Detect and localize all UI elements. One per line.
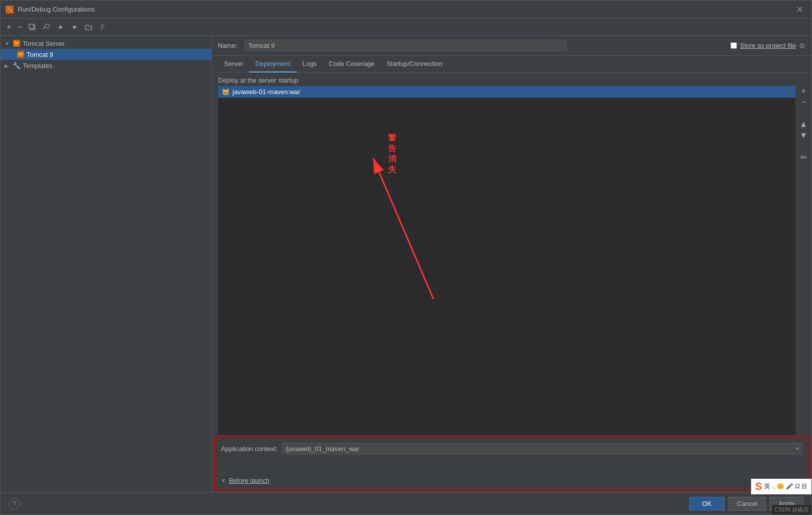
tabs-bar: Server Deployment Logs Code Coverage Sta… [212,56,811,72]
app-icon: 🔧 [6,6,14,14]
folder-button[interactable] [83,22,95,32]
before-launch-expand-icon: ▼ [221,478,226,483]
ok-button[interactable]: OK [689,497,724,510]
right-panel: Name: Store as project file ⚙ Server Dep… [212,36,811,492]
name-label: Name: [218,42,241,49]
remove-deploy-button[interactable]: − [797,97,809,107]
deploy-item-label: javaweb-01-maven:war [233,88,300,96]
scroll-down-button[interactable]: ▼ [797,130,809,140]
tab-content-deployment: Deploy at the server startup 🐱 javaweb-0… [212,72,811,492]
title-bar-left: 🔧 Run/Debug Configurations [6,6,95,14]
down-arrow-icon [70,23,79,31]
watermark-s-icon: S [755,481,762,492]
help-button[interactable]: ? [9,498,20,509]
sort-button[interactable] [97,22,109,32]
sidebar-tomcat-server-label: Tomcat Server [23,40,65,47]
copy-config-button[interactable] [26,22,38,32]
dialog-title: Run/Debug Configurations [18,6,95,13]
templates-expand-icon: ▶ [5,63,11,68]
store-project-label[interactable]: Store as project file [740,42,796,49]
edit-deploy-button[interactable]: ✏ [797,153,809,163]
expand-arrow-icon: ▼ [5,41,11,46]
wrench-icon [42,23,50,31]
store-project-gear-icon[interactable]: ⚙ [799,42,805,50]
settings-button[interactable] [40,22,52,32]
move-up-button[interactable] [54,22,66,32]
deploy-list-area: 🐱 javaweb-01-maven:war + − ▲ ▼ ✏ [212,86,811,435]
tomcat9-icon: 🐱 [17,50,25,58]
sidebar-templates-label: Templates [23,62,52,69]
templates-wrench-icon: 🔧 [13,61,21,69]
tab-deployment[interactable]: Deployment [249,56,296,72]
sidebar-item-templates[interactable]: ▶ 🔧 Templates [1,60,211,71]
up-arrow-icon [56,23,64,31]
app-context-dropdown-button[interactable]: ▼ [793,444,802,454]
csdn-text: CSDN @杨启 [775,506,808,512]
sidebar-item-tomcat-server-group[interactable]: ▼ 🐱 Tomcat Server [1,38,211,49]
before-launch-row[interactable]: ▼ Before launch [221,475,802,486]
copy-icon [28,23,36,31]
run-debug-dialog: 🔧 Run/Debug Configurations ✕ + − [0,0,812,515]
add-config-button[interactable]: + [5,22,13,33]
tab-startup-connection[interactable]: Startup/Connection [381,56,449,72]
app-context-label: Application context: [221,445,278,453]
before-launch-label: Before launch [229,477,269,484]
watermark-text: 英 ·, 😊 🎤 Ω 目 [764,482,807,491]
csdn-bar: CSDN @杨启 [772,505,811,514]
sidebar: ▼ 🐱 Tomcat Server 🐱 Tomcat 9 ▶ 🔧 Templa [1,36,212,492]
title-bar: 🔧 Run/Debug Configurations ✕ [1,1,811,19]
remove-config-button[interactable]: − [15,22,24,33]
toolbar: + − [1,19,811,36]
watermark: S 英 ·, 😊 🎤 Ω 目 [751,479,811,494]
tab-server[interactable]: Server [218,56,249,72]
move-down-button[interactable] [68,22,81,32]
name-input[interactable] [245,40,567,51]
deploy-list: 🐱 javaweb-01-maven:war [218,86,795,435]
deploy-section-label: Deploy at the server startup [212,72,811,86]
deploy-list-item[interactable]: 🐱 javaweb-01-maven:war [218,86,795,98]
app-context-input-wrap: ▼ [282,443,802,455]
deploy-side-buttons: + − ▲ ▼ ✏ [795,86,811,435]
sidebar-item-tomcat9[interactable]: 🐱 Tomcat 9 [1,49,211,60]
sidebar-tomcat9-label: Tomcat 9 [27,51,53,58]
scroll-up-button[interactable]: ▲ [797,119,809,129]
close-button[interactable]: ✕ [793,4,806,15]
app-context-input[interactable] [282,444,793,454]
tab-logs[interactable]: Logs [297,56,323,72]
store-project-area: Store as project file ⚙ [730,42,805,50]
name-bar: Name: Store as project file ⚙ [212,36,811,56]
footer-left: ? [9,498,20,509]
sort-icon [99,23,107,31]
bottom-section: Application context: ▼ ▼ Before launch [214,437,809,490]
folder-icon [85,23,93,31]
cancel-button[interactable]: Cancel [728,497,766,510]
tomcat-server-icon: 🐱 [13,39,21,47]
add-deploy-button[interactable]: + [797,86,809,96]
tab-code-coverage[interactable]: Code Coverage [323,56,381,72]
store-project-checkbox[interactable] [730,42,737,49]
footer: ? OK Cancel Apply [1,492,811,514]
deploy-item-icon: 🐱 [222,89,230,96]
app-context-row: Application context: ▼ [221,441,802,457]
svg-rect-1 [29,24,34,29]
main-content: ▼ 🐱 Tomcat Server 🐱 Tomcat 9 ▶ 🔧 Templa [1,36,811,492]
deploy-section: Deploy at the server startup 🐱 javaweb-0… [212,72,811,435]
